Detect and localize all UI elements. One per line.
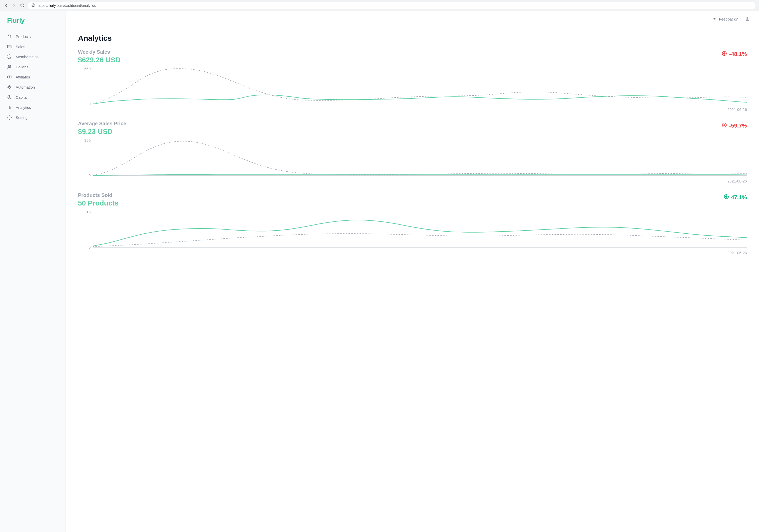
user-icon (745, 16, 750, 21)
card-average-sales-price: Average Sales Price $9.23 USD -59.7% 350… (78, 121, 747, 182)
svg-point-7 (9, 76, 10, 77)
sidebar-item-collabs[interactable]: Collabs (0, 62, 65, 72)
sidebar: Flurly Products Sales Memberships (0, 11, 66, 532)
sidebar-item-sales[interactable]: Sales (0, 42, 65, 51)
metric-label: Products Sold (78, 192, 118, 198)
x-axis-end: 2021-06-26 (727, 250, 747, 255)
card-products-sold: Products Sold 50 Products 47.1% 15 0 202… (78, 192, 747, 253)
metric-delta: -48.1% (722, 51, 747, 58)
browser-reload-button[interactable] (20, 3, 25, 8)
browser-url: https://flurly.com/dashboard/analytics (38, 4, 96, 8)
refresh-icon (7, 55, 12, 59)
svg-point-14 (746, 17, 748, 19)
sidebar-item-memberships[interactable]: Memberships (0, 52, 65, 61)
sidebar-item-label: Products (16, 34, 31, 39)
svg-rect-6 (8, 76, 11, 78)
sidebar-item-capital[interactable]: Capital (0, 93, 65, 102)
main-content: Feedback? Analytics Weekly Sales $629.26… (66, 11, 759, 532)
browser-toolbar: https://flurly.com/dashboard/analytics (0, 0, 759, 11)
sidebar-item-label: Settings (16, 115, 29, 120)
browser-forward-button[interactable] (12, 3, 17, 8)
chart-products-sold: 15 0 2021-06-26 (78, 210, 747, 253)
y-axis-zero: 0 (78, 245, 91, 249)
chart-weekly-sales: 650 0 2021-06-26 (78, 67, 747, 110)
x-axis-end: 2021-06-26 (727, 107, 747, 112)
arrow-down-circle-icon (722, 122, 727, 129)
browser-address-bar[interactable]: https://flurly.com/dashboard/analytics (28, 2, 755, 9)
sidebar-item-analytics[interactable]: Analytics (0, 102, 65, 112)
x-axis-end: 2021-06-26 (727, 179, 747, 183)
brand-logo[interactable]: Flurly (0, 16, 65, 30)
sidebar-item-label: Affiliates (16, 75, 30, 79)
globe-icon (31, 3, 35, 8)
home-icon (7, 34, 12, 39)
svg-point-5 (10, 65, 11, 66)
sidebar-item-label: Collabs (16, 65, 28, 69)
browser-back-button[interactable] (4, 3, 9, 8)
bolt-icon (7, 85, 12, 89)
sidebar-item-label: Sales (16, 45, 25, 49)
metric-label: Average Sales Price (78, 121, 126, 127)
users-icon (7, 64, 12, 69)
y-axis-zero: 0 (78, 102, 91, 106)
metric-label: Weekly Sales (78, 49, 121, 55)
chart-average-sales-price: 350 0 2021-06-26 (78, 139, 747, 182)
sidebar-item-automation[interactable]: Automation (0, 82, 65, 92)
sidebar-nav: Products Sales Memberships Collabs (0, 30, 65, 122)
metric-delta: -59.7% (722, 122, 747, 129)
y-axis-max: 15 (78, 210, 91, 214)
y-axis-max: 650 (78, 66, 91, 71)
card-weekly-sales: Weekly Sales $629.26 USD -48.1% 650 0 20… (78, 49, 747, 110)
svg-marker-8 (8, 85, 11, 89)
sidebar-item-settings[interactable]: Settings (0, 113, 65, 122)
user-menu[interactable] (745, 16, 750, 22)
feedback-label: Feedback? (719, 17, 738, 21)
delta-value: 47.1% (731, 194, 747, 201)
sidebar-item-affiliates[interactable]: Affiliates (0, 72, 65, 82)
dollar-icon (7, 95, 12, 99)
ticket-icon (7, 75, 12, 79)
delta-value: -59.7% (729, 123, 747, 129)
gear-icon (7, 115, 12, 120)
bar-chart-icon (7, 105, 12, 110)
feedback-button[interactable]: Feedback? (712, 17, 738, 21)
delta-value: -48.1% (729, 51, 747, 57)
sidebar-item-products[interactable]: Products (0, 32, 65, 41)
sidebar-item-label: Automation (16, 85, 35, 89)
megaphone-icon (712, 17, 716, 21)
y-axis-max: 350 (78, 138, 91, 142)
y-axis-zero: 0 (78, 173, 91, 178)
svg-point-4 (8, 65, 9, 66)
topbar: Feedback? (66, 11, 759, 27)
sidebar-item-label: Capital (16, 95, 27, 99)
arrow-up-circle-icon (724, 194, 729, 201)
metric-value: $629.26 USD (78, 56, 121, 64)
metric-value: $9.23 USD (78, 128, 126, 136)
sidebar-item-label: Analytics (16, 105, 31, 110)
metric-value: 50 Products (78, 199, 118, 207)
arrow-down-circle-icon (722, 51, 727, 58)
sidebar-item-label: Memberships (16, 55, 38, 59)
svg-rect-2 (8, 45, 11, 48)
svg-point-13 (9, 117, 10, 118)
page-title: Analytics (78, 34, 747, 43)
credit-card-icon (7, 44, 12, 49)
metric-delta: 47.1% (724, 194, 747, 201)
